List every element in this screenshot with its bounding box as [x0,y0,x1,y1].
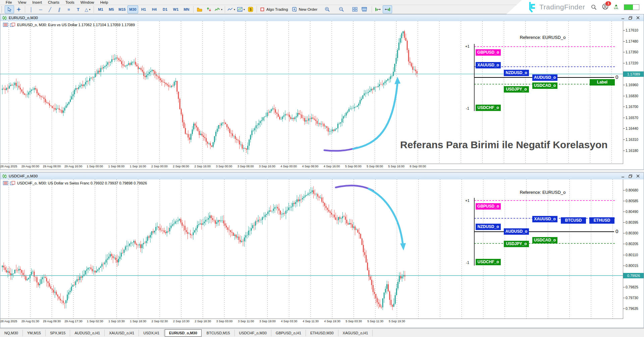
correlation-label-usdchf-o[interactable]: USDCHF_o [476,105,501,111]
fibonacci-tool-button[interactable]: ≡ [64,5,73,13]
notifications-button[interactable]: 1 [602,3,608,11]
chart-tab-ethusd-m30[interactable]: ETHUSD,M30 [306,330,338,336]
chart-tab-gbpusd-o-h1[interactable]: GBPUSD_o,H1 [271,330,306,336]
crosshair-tool-button[interactable] [14,5,23,13]
menu-item-charts[interactable]: Charts [45,0,62,4]
menu-item-view[interactable]: View [15,0,30,4]
time-tick: 2 Sep 10:30 [173,320,190,323]
chart-titlebar-eurusd[interactable]: EURUSD_o,M30 [0,14,644,21]
correlation-label-usdjpy-o[interactable]: USDJPY_o [504,86,529,93]
correlation-label-xauusd-o[interactable]: XAUUSD_o [476,62,501,68]
chart-tab-usdchf-o-m30[interactable]: USDCHF_o,M30 [235,330,272,336]
window-restore-button[interactable] [629,16,632,20]
time-axis[interactable]: 28 Aug 202529 Aug 00:0029 Aug 08:0029 Au… [0,164,623,169]
channel-tool-button[interactable]: ∥ [54,5,65,13]
price-tick: 1.17350 [626,50,638,54]
menu-item-file[interactable]: File [3,0,15,4]
toolbar-drag-handle[interactable] [1,6,3,12]
correlation-label-ethusd[interactable]: ETHUSD [589,217,614,224]
window-close-button[interactable] [636,16,640,19]
tick-chart-button[interactable] [204,5,214,13]
cursor-tool-button[interactable] [5,5,14,13]
chart-tab-btcusd-m15[interactable]: BTCUSD,M15 [202,330,235,336]
correlation-label-label[interactable]: Label [590,79,615,86]
cascade-windows-button[interactable] [360,5,369,13]
chart-tab-eurusd-o-m30[interactable]: EURUSD_o,M30 [165,329,202,337]
correlation-label-usdjpy-o[interactable]: USDJPY_o [504,241,529,247]
price-tick: 0.80205 [626,242,638,246]
chart-titlebar-usdchf[interactable]: USDCHF_o,M30 [0,173,644,180]
timeframe-button-m5[interactable]: M5 [106,5,117,13]
quotes-icon[interactable] [3,181,8,185]
correlation-label-xauusd-o[interactable]: XAUUSD_o [532,216,557,222]
shapes-tool-button[interactable]: △▾ [83,5,92,13]
chart-type-button[interactable]: ▾ [226,5,236,13]
horizontal-line-tool-button[interactable]: ─ [36,5,45,13]
timeframe-button-w1[interactable]: W1 [170,5,181,13]
templates-button[interactable]: ▾ [236,5,246,13]
chart-tab-xagusd-o-h1[interactable]: XAGUSD_o,H1 [338,330,373,336]
window-minimize-button[interactable] [621,174,625,178]
menu-item-tools[interactable]: Tools [62,0,77,4]
vertical-line-tool-button[interactable]: │ [26,5,36,13]
one-click-trading-icon[interactable] [10,181,15,185]
chart-area-usdchf[interactable]: USDCHF_o, M30: US Dollar vs Swiss Franc … [0,179,644,328]
window-close-button[interactable] [636,174,640,178]
time-tick: 4 Sep 11:30 [303,320,319,323]
correlation-label-usdcad-o[interactable]: USDCAD_o [532,237,557,243]
time-axis[interactable]: 28 Aug 202529 Aug 01:3029 Aug 09:3029 Au… [0,319,623,324]
timeframe-button-m30[interactable]: M30 [127,5,138,13]
timeframe-button-h4[interactable]: H4 [149,5,160,13]
price-axis[interactable]: 0.806800.805850.804900.803950.803000.802… [623,179,644,319]
correlation-label-gbpusd-o[interactable]: GBPUSD_o [476,203,501,210]
chart-tab-xauusd-o-h1[interactable]: XAUUSD_o,H1 [105,330,139,336]
algo-trading-button[interactable]: Algo Trading [258,5,290,13]
reference-label: Reference: EURUSD_o [520,190,566,195]
quotes-icon[interactable] [3,23,8,27]
chart-tab-nq-m30[interactable]: NQ,M30 [0,330,23,336]
menu-item-window[interactable]: Window [77,0,97,4]
timeframe-button-h1[interactable]: H1 [138,5,149,13]
correlation-label-btcusd[interactable]: BTCUSD [561,217,586,224]
trendline-tool-button[interactable]: ╱ [45,5,55,13]
auto-scroll-button[interactable] [383,5,392,13]
text-tool-button[interactable]: T [73,5,83,13]
timeframe-button-d1[interactable]: D1 [160,5,170,13]
zoom-out-button[interactable] [337,5,346,13]
zoom-in-button[interactable] [323,5,332,13]
chart-tab-spx-m15[interactable]: SPX,M15 [46,330,70,336]
symbols-button[interactable] [195,5,204,13]
timeframe-button-mn[interactable]: MN [181,5,192,13]
chart-tab-usdx-h1[interactable]: USDX,H1 [139,330,164,336]
chart-shift-button[interactable] [373,5,383,13]
timeframe-button-m1[interactable]: M1 [95,5,106,13]
correlation-label-nzdusd-o[interactable]: NZDUSD_o [476,224,501,230]
correlation-label-gbpusd-o[interactable]: GBPUSD_o [476,49,501,56]
dollar-coin-icon: $ [248,7,253,12]
tile-windows-button[interactable] [350,5,360,13]
correlation-label-audusd-o[interactable]: AUDUSD_o [504,228,529,235]
one-click-trading-icon[interactable] [10,23,15,27]
time-tick: 1 Sep 02:30 [87,320,103,323]
menu-item-help[interactable]: Help [97,0,111,4]
chart-tab-audusd-o-h1[interactable]: AUDUSD_o,H1 [70,330,105,336]
correlation-label-audusd-o[interactable]: AUDUSD_o [532,74,557,81]
chart-area-eurusd[interactable]: EURUSD_o, M30: Euro vs US Dollar 1.17062… [0,21,644,169]
correlation-label-usdcad-o[interactable]: USDCAD_o [532,82,557,89]
time-tick: 5 Sep 16:00 [388,165,405,168]
correlation-label-usdchf-o[interactable]: USDCHF_o [476,259,501,265]
window-minimize-button[interactable] [621,16,625,19]
timeframe-button-m15[interactable]: M15 [117,5,127,13]
time-tick: 4 Sep 19:30 [324,320,340,323]
chart-tab-ym-m15[interactable]: YM,M15 [23,330,46,336]
price-axis[interactable]: 1.176101.174801.173501.172201.169601.168… [623,21,644,164]
correlation-label-nzdusd-o[interactable]: NZDUSD_o [504,70,529,76]
indicators-button[interactable]: ▾ [214,5,223,13]
search-icon[interactable] [591,4,597,10]
tradingfinder-logo-text: TradingFinder [539,3,585,11]
chevron-down-icon: ▾ [221,8,222,11]
window-restore-button[interactable] [629,174,632,178]
new-order-button[interactable]: New Order [290,5,320,13]
market-watch-currency-button[interactable]: $ [246,5,255,13]
menu-item-insert[interactable]: Insert [29,0,45,4]
